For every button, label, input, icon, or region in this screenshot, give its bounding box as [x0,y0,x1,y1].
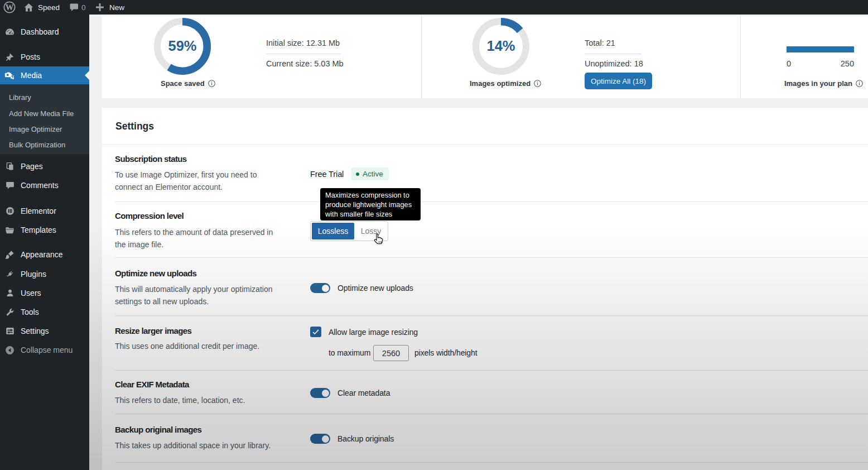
svg-text:W: W [6,3,14,12]
